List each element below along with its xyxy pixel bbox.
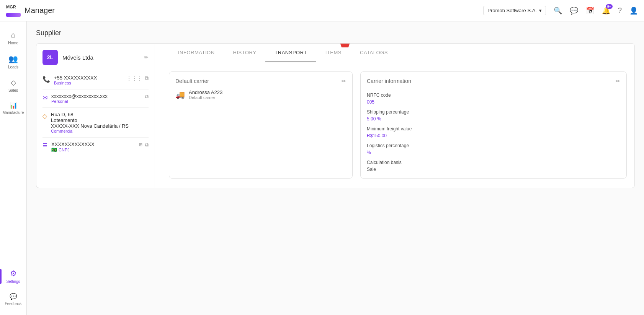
tab-information[interactable]: INFORMATION (169, 44, 224, 62)
feedback-icon: 💬 (10, 293, 17, 300)
tab-transport[interactable]: TRANSPORT (265, 44, 316, 62)
carrier-edit-icon[interactable]: ✏ (342, 78, 346, 84)
carrier-info-card: Carrier information ✏ NRFC code 005 Ship… (360, 71, 627, 179)
page-title: Supplier (36, 29, 635, 37)
supplier-header: 2L Móveis Ltda ✏ (42, 50, 149, 65)
carrier-info-card-title: Carrier information ✏ (367, 78, 620, 84)
doc-grid-icon[interactable]: ⊞ (139, 142, 142, 147)
carrier-sub: Default carrier (189, 95, 222, 100)
search-button[interactable]: 🔍 (554, 6, 562, 15)
sidebar: ⌂ Home 👥 Leads ◇ Sales 📊 Manufacture ⚙ S… (0, 21, 27, 315)
email-icon: ✉ (42, 94, 47, 101)
content-area: 2L Móveis Ltda ✏ 📞 +55 XXXXXXXXXX Busine… (36, 43, 635, 188)
org-dropdown-icon: ▾ (539, 8, 542, 13)
logo-bar (6, 13, 21, 17)
min-freight-value: R$150.00 (367, 133, 620, 138)
address-line2: Loteamento (51, 117, 149, 123)
phone-number: +55 XXXXXXXXXX (54, 75, 123, 81)
tabs-bar: INFORMATION HISTORY TRANSPORT ITEMS CATA… (161, 44, 634, 62)
calc-label: Calculation basis (367, 160, 620, 165)
supplier-avatar: 2L (42, 50, 58, 65)
navbar-left: MGR Manager (6, 5, 55, 17)
email-info: xxxxxxxx@xxxxxxxxx.xxx Personal (51, 93, 141, 104)
carrier-info-edit-icon[interactable]: ✏ (616, 78, 620, 84)
cards-row: Default carrier ✏ 🚚 Androssa A223 Defaul… (169, 71, 627, 179)
document-icon: ☰ (42, 142, 47, 148)
sales-icon: ◇ (11, 78, 16, 87)
org-name: Promob Software S.A. (487, 8, 537, 13)
contact-address-row: ◇ Rua D, 68 Loteamento XXXXX-XXX Nova Ca… (42, 108, 149, 138)
supplier-name: Móveis Ltda (62, 54, 139, 61)
email-actions: ⧉ (145, 93, 149, 100)
sidebar-item-feedback[interactable]: 💬 Feedback (2, 290, 25, 309)
address-icon: ◇ (42, 112, 47, 120)
sidebar-label-home: Home (8, 41, 18, 45)
supplier-edit-icon[interactable]: ✏ (144, 54, 149, 60)
sidebar-label-settings: Settings (6, 279, 20, 284)
help-button[interactable]: ? (618, 6, 622, 15)
phone-copy-icon[interactable]: ⧉ (145, 75, 149, 81)
carrier-row: 🚚 Androssa A223 Default carrier (175, 89, 346, 100)
tabs-container: INFORMATION HISTORY TRANSPORT ITEMS CATA… (161, 44, 634, 62)
sidebar-item-sales[interactable]: ◇ Sales (2, 75, 25, 96)
manufacture-icon: 📊 (10, 102, 17, 109)
notifications-button[interactable]: 🔔 9+ (602, 6, 610, 15)
calendar-button[interactable]: 📅 (586, 6, 594, 15)
sidebar-item-leads[interactable]: 👥 Leads (2, 51, 25, 72)
doc-copy-icon[interactable]: ⧉ (145, 141, 149, 148)
sidebar-label-sales: Sales (8, 88, 18, 93)
org-selector[interactable]: Promob Software S.A. ▾ (483, 6, 546, 15)
sidebar-label-feedback: Feedback (5, 302, 22, 306)
user-button[interactable]: 👤 (629, 6, 638, 15)
app-layout: ⌂ Home 👥 Leads ◇ Sales 📊 Manufacture ⚙ S… (0, 21, 644, 315)
tab-history[interactable]: HISTORY (224, 44, 266, 62)
sidebar-item-home[interactable]: ⌂ Home (2, 28, 25, 48)
document-type: CNPJ (59, 148, 70, 152)
logo-icon: MGR (6, 5, 22, 17)
notification-badge: 9+ (606, 4, 613, 9)
transport-tab-content: Default carrier ✏ 🚚 Androssa A223 Defaul… (161, 62, 634, 188)
phone-actions: ⋮⋮⋮ ⧉ (126, 75, 149, 81)
address-line1: Rua D, 68 (51, 112, 149, 117)
nrfc-value: 005 (367, 99, 620, 105)
carrier-name: Androssa A223 (189, 89, 222, 95)
sidebar-item-manufacture[interactable]: 📊 Manufacture (2, 99, 25, 118)
logistics-label: Logistics percentage (367, 143, 620, 148)
nrfc-label: NRFC code (367, 93, 620, 98)
active-indicator (0, 269, 2, 284)
default-carrier-card-title: Default carrier ✏ (175, 78, 346, 84)
logo-text: MGR (6, 5, 16, 9)
address-line3: XXXXX-XXX Nova Candelária / RS (51, 123, 149, 129)
email-address: xxxxxxxx@xxxxxxxxx.xxx (51, 93, 141, 99)
email-copy-icon[interactable]: ⧉ (145, 93, 149, 100)
tab-catalogs[interactable]: CATALOGS (351, 44, 397, 62)
shipping-label: Shipping percentage (367, 109, 620, 115)
logistics-value: % (367, 150, 620, 155)
main-content: Supplier 2L Móveis Ltda ✏ 📞 +55 XXXXXXXX… (27, 21, 644, 315)
settings-icon: ⚙ (10, 269, 17, 278)
document-number: XXXXXXXXXXXXX (51, 141, 135, 147)
document-actions: ⊞ ⧉ (139, 141, 149, 148)
navbar-right: Promob Software S.A. ▾ 🔍 💬 📅 🔔 9+ ? 👤 (483, 6, 638, 15)
calc-value: Sale (367, 167, 620, 172)
left-panel: 2L Móveis Ltda ✏ 📞 +55 XXXXXXXXXX Busine… (36, 44, 155, 188)
contact-email-row: ✉ xxxxxxxx@xxxxxxxxx.xxx Personal ⧉ (42, 89, 149, 108)
document-info: XXXXXXXXXXXXX 🇧🇷 CNPJ (51, 141, 135, 153)
tab-items[interactable]: ITEMS (316, 44, 351, 62)
leads-icon: 👥 (8, 54, 18, 63)
info-grid: NRFC code 005 Shipping percentage 5.00 %… (367, 89, 620, 172)
shipping-value: 5.00 % (367, 116, 620, 122)
phone-grid-icon[interactable]: ⋮⋮⋮ (126, 75, 142, 81)
default-carrier-card: Default carrier ✏ 🚚 Androssa A223 Defaul… (169, 71, 353, 179)
sidebar-item-settings[interactable]: ⚙ Settings (0, 266, 26, 287)
sidebar-label-leads: Leads (8, 65, 18, 69)
phone-type: Business (54, 81, 123, 85)
logo: MGR Manager (6, 5, 55, 17)
address-info: Rua D, 68 Loteamento XXXXX-XXX Nova Cand… (51, 112, 149, 133)
contact-document-row: ☰ XXXXXXXXXXXXX 🇧🇷 CNPJ ⊞ ⧉ (42, 138, 149, 156)
app-name: Manager (25, 6, 55, 15)
chat-button[interactable]: 💬 (570, 6, 578, 15)
contact-phone-row: 📞 +55 XXXXXXXXXX Business ⋮⋮⋮ ⧉ (42, 71, 149, 89)
sidebar-label-manufacture: Manufacture (3, 110, 24, 115)
home-icon: ⌂ (11, 31, 15, 39)
